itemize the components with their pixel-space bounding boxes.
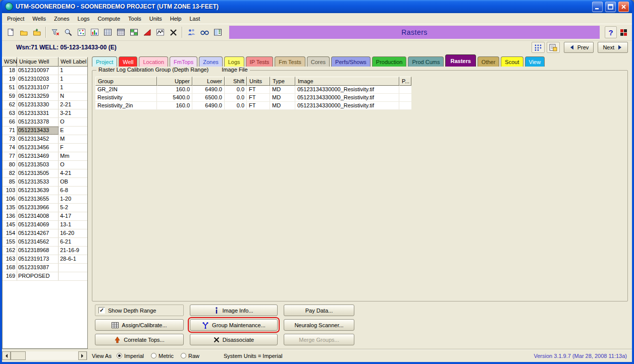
category-tab[interactable]: Perfs/Shows	[331, 56, 371, 67]
well-row[interactable]: 154 0512314267 16-20	[3, 229, 87, 238]
neuralog-scanner-button[interactable]: Neuralog Scanner...	[284, 319, 354, 331]
bubble-map-icon[interactable]	[88, 26, 101, 39]
well-row[interactable]: 63 0512313331 3-21	[3, 109, 87, 118]
unit-radio[interactable]: Imperial	[117, 353, 144, 359]
close-button[interactable]	[618, 2, 629, 12]
category-tab[interactable]: IP Tests	[246, 56, 274, 67]
well-row[interactable]: 71 0512313433 E	[3, 127, 87, 135]
category-tab[interactable]: View	[525, 56, 545, 67]
base-map-icon[interactable]	[75, 26, 88, 39]
well-list-hscrollbar[interactable]	[2, 351, 88, 360]
well-row[interactable]: 77 0512313469 Mm	[3, 152, 87, 161]
next-button[interactable]: Next	[598, 42, 628, 53]
category-tab[interactable]: Rasters	[445, 54, 476, 67]
new-document-icon[interactable]	[4, 26, 17, 39]
prev-button[interactable]: Prev	[564, 42, 594, 53]
quick-look-icon[interactable]	[198, 26, 211, 39]
cross-section-icon[interactable]	[153, 26, 167, 39]
scrollbar-thumb[interactable]	[11, 351, 26, 360]
well-group-icon[interactable]	[185, 26, 198, 39]
category-tab[interactable]: Production	[372, 56, 407, 67]
raster-column-header[interactable]: Image	[295, 77, 399, 86]
histogram-icon[interactable]	[140, 26, 153, 39]
pay-data-button[interactable]: Pay Data...	[284, 305, 354, 316]
well-row[interactable]: 135 0512313966 5-2	[3, 204, 87, 212]
category-tab[interactable]: FmTops	[170, 56, 197, 67]
well-row[interactable]: 74 0512313456 F	[3, 144, 87, 152]
well-row[interactable]: 106 0512313655 1-20	[3, 195, 87, 204]
show-depth-range-checkbox[interactable]	[98, 307, 105, 314]
unit-radio[interactable]: Raw	[181, 353, 199, 359]
open-project-icon[interactable]	[17, 26, 30, 39]
correlate-tops-button[interactable]: Correlate Tops...	[95, 334, 184, 345]
menu-item[interactable]: Logs	[74, 14, 94, 23]
category-tab[interactable]: Project	[92, 56, 117, 67]
well-list-column-header[interactable]: WSN	[2, 57, 17, 67]
raster-column-header[interactable]: Group	[95, 77, 157, 86]
raster-column-header[interactable]: Upper	[157, 77, 192, 86]
raster-column-header[interactable]: Shift	[225, 77, 247, 86]
help-button[interactable]: ?	[605, 26, 617, 38]
land-grid-icon[interactable]	[127, 26, 140, 39]
category-tab[interactable]: Location	[139, 56, 168, 67]
category-tab[interactable]: Other	[478, 56, 500, 67]
menu-item[interactable]: Zones	[50, 14, 74, 23]
well-row[interactable]: 155 0512314562 6-21	[3, 238, 87, 247]
menu-item[interactable]: Project	[3, 14, 28, 23]
well-row[interactable]: 103 0512313639 6-8	[3, 187, 87, 195]
scrollbar-track[interactable]	[26, 351, 78, 360]
scroll-left-button[interactable]	[2, 351, 11, 360]
unit-radio[interactable]: Metric	[151, 353, 174, 359]
category-tab[interactable]: Well	[119, 56, 137, 67]
image-info-button[interactable]: Image Info...	[190, 305, 278, 316]
menu-item[interactable]: Units	[145, 14, 166, 23]
category-tab[interactable]: Prod Cums	[408, 56, 444, 67]
raster-column-header[interactable]: Type	[270, 77, 295, 86]
well-row[interactable]: 85 0512313533 OB	[3, 178, 87, 187]
raster-column-header[interactable]: P...	[399, 77, 411, 86]
well-list-column-header[interactable]: Well Label	[59, 57, 88, 67]
well-row[interactable]: 59 0512313259 N	[3, 92, 87, 101]
maximize-button[interactable]	[605, 2, 616, 12]
well-row[interactable]: 145 0512314069 13-1	[3, 221, 87, 229]
menu-item[interactable]: Help	[166, 14, 186, 23]
category-tab[interactable]: Zones	[199, 56, 223, 67]
report-icon[interactable]	[547, 42, 560, 53]
menu-item[interactable]: Compute	[93, 14, 124, 23]
filter-wells-icon[interactable]	[48, 26, 62, 39]
raster-column-header[interactable]: Lower	[192, 77, 225, 86]
well-row[interactable]: 136 0512314008 4-17	[3, 212, 87, 221]
well-dots-icon[interactable]	[532, 42, 545, 53]
raster-row[interactable]: Resistivity 5400.0 6500.0 0.0 FT MD 0512…	[95, 94, 411, 102]
raster-row[interactable]: GR_2IN 160.0 6490.0 0.0 FT MD 0512313433…	[95, 86, 411, 94]
grid-report-icon[interactable]	[114, 26, 127, 39]
merge-groups-button[interactable]: Merge Groups...	[284, 334, 354, 345]
well-row[interactable]: 169 PROPOSED	[3, 272, 87, 281]
category-tab[interactable]: Fm Tests	[275, 56, 305, 67]
map-layers-icon[interactable]	[211, 26, 224, 39]
category-tab[interactable]: Cores	[307, 56, 330, 67]
delete-icon[interactable]	[167, 26, 180, 39]
category-tab[interactable]: Scout	[501, 56, 523, 67]
well-row[interactable]: 18 0512310097 1	[3, 67, 87, 75]
raster-row[interactable]: Resistivity_2in 160.0 6490.0 0.0 FT MD 0…	[95, 102, 411, 110]
well-row[interactable]: 82 0512313505 4-21	[3, 169, 87, 178]
well-row[interactable]: 163 0512319173 28-6-1	[3, 255, 87, 264]
minimize-button[interactable]	[592, 2, 603, 12]
scroll-right-button[interactable]	[78, 351, 87, 360]
well-row[interactable]: 51 0512313107 1	[3, 84, 87, 92]
menu-item[interactable]: Wells	[28, 14, 50, 23]
spreadsheet-icon[interactable]	[101, 26, 114, 39]
group-maintenance-button[interactable]: Group Maintenance...	[190, 319, 278, 331]
import-file-icon[interactable]	[30, 26, 43, 39]
well-row[interactable]: 168 0512319387	[3, 264, 87, 272]
assign-calibrate-button[interactable]: Assign/Calibrate...	[95, 319, 184, 331]
zoom-icon[interactable]	[62, 26, 75, 39]
well-row[interactable]: 162 0512318968 21-16-9	[3, 247, 87, 255]
category-tab[interactable]: Logs	[224, 56, 244, 67]
disassociate-button[interactable]: Disassociate	[190, 334, 278, 345]
well-row[interactable]: 66 0512313378 O	[3, 118, 87, 127]
well-row[interactable]: 19 0512310203 1	[3, 75, 87, 84]
well-list-column-header[interactable]: Unique Well	[17, 57, 59, 67]
well-row[interactable]: 62 0512313330 2-21	[3, 101, 87, 109]
